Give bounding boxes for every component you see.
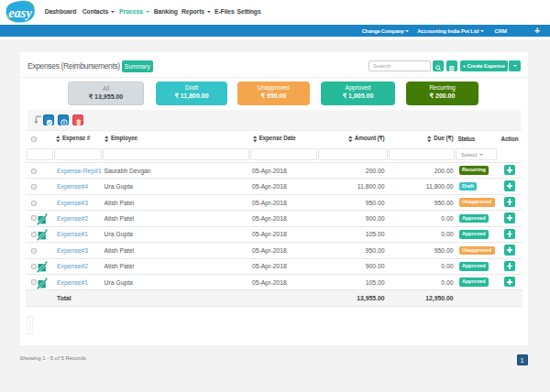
svg-text:easy: easy: [8, 5, 32, 20]
